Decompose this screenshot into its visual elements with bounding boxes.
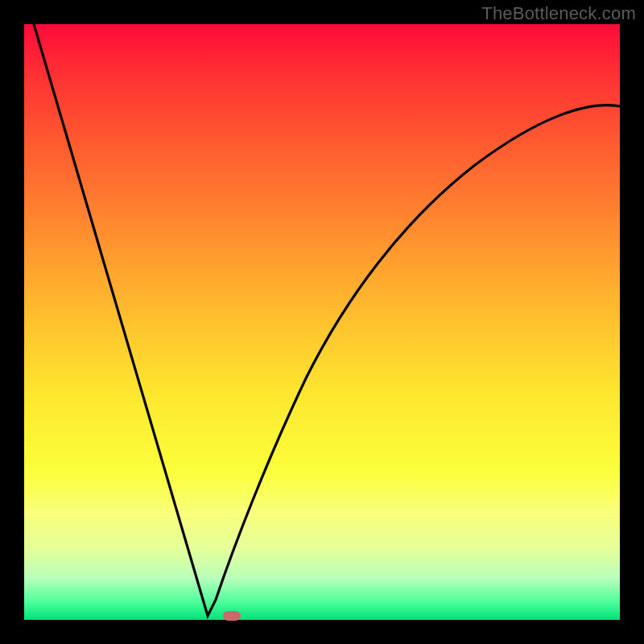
min-point-marker [223,611,241,621]
watermark-text: TheBottleneck.com [481,3,636,24]
gradient-plot-area [24,24,620,620]
chart-container: TheBottleneck.com [0,0,644,644]
